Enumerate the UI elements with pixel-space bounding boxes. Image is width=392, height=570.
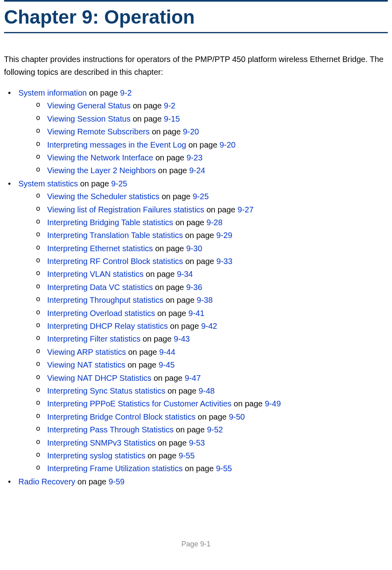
on-page-text: on page bbox=[143, 270, 177, 278]
toc-sublink[interactable]: Interpreting Bridge Control Block statis… bbox=[47, 412, 195, 421]
page-ref[interactable]: 9-2 bbox=[164, 101, 175, 110]
page-ref[interactable]: 9-43 bbox=[174, 334, 190, 343]
page-ref[interactable]: 9-27 bbox=[238, 205, 254, 214]
page-ref[interactable]: 9-29 bbox=[216, 231, 232, 240]
toc-subitem: Viewing Remote Subscribers on page 9-20 bbox=[18, 125, 388, 138]
toc-sublink[interactable]: Interpreting DHCP Relay statistics bbox=[47, 322, 168, 330]
toc-sublink[interactable]: Interpreting Overload statistics bbox=[47, 309, 155, 318]
toc-sublink[interactable]: Viewing NAT statistics bbox=[47, 360, 125, 369]
page-ref[interactable]: 9-42 bbox=[201, 322, 217, 330]
toc-sublink[interactable]: Interpreting Pass Through Statistics bbox=[47, 425, 173, 434]
toc-sublink[interactable]: Viewing NAT DHCP Statistics bbox=[47, 374, 151, 382]
page-ref[interactable]: 9-2 bbox=[120, 88, 132, 97]
toc-subitem: Viewing General Status on page 9-2 bbox=[18, 99, 388, 112]
toc-subitem: Interpreting Sync Status statistics on p… bbox=[18, 384, 388, 397]
page-ref[interactable]: 9-48 bbox=[199, 386, 215, 395]
toc-sublink[interactable]: Interpreting Frame Utilization statistic… bbox=[47, 464, 183, 473]
page-ref[interactable]: 9-33 bbox=[217, 257, 233, 266]
toc-subitem: Interpreting DHCP Relay statistics on pa… bbox=[18, 320, 388, 332]
page-ref[interactable]: 9-47 bbox=[185, 374, 201, 382]
on-page-text: on page bbox=[186, 140, 219, 149]
toc-link[interactable]: System information bbox=[18, 88, 87, 97]
top-rule bbox=[4, 0, 388, 2]
on-page-text: on page bbox=[195, 412, 229, 421]
page-ref[interactable]: 9-15 bbox=[164, 114, 180, 123]
page-ref[interactable]: 9-34 bbox=[177, 270, 193, 278]
toc-sublink[interactable]: Viewing the Network Interface bbox=[47, 153, 153, 162]
toc-subitem: Viewing the Network Interface on page 9-… bbox=[18, 151, 388, 164]
toc-sublink[interactable]: Interpreting Sync Status statistics bbox=[47, 386, 165, 395]
toc-sublink[interactable]: Interpreting Ethernet statistics bbox=[47, 244, 153, 253]
toc-subitem: Viewing list of Registration Failures st… bbox=[18, 203, 388, 216]
page-ref[interactable]: 9-53 bbox=[189, 438, 205, 447]
toc-subitem: Interpreting Bridge Control Block statis… bbox=[18, 410, 388, 423]
page-ref[interactable]: 9-41 bbox=[189, 309, 205, 318]
toc-sublink[interactable]: Interpreting Filter statistics bbox=[47, 334, 140, 343]
toc-sublink[interactable]: Interpreting messages in the Event Log bbox=[47, 140, 186, 149]
on-page-text: on page bbox=[78, 179, 111, 188]
page-ref[interactable]: 9-55 bbox=[179, 451, 195, 460]
toc-sublink[interactable]: Viewing Session Status bbox=[47, 114, 131, 123]
page-ref[interactable]: 9-45 bbox=[159, 360, 175, 369]
toc-sublink[interactable]: Viewing ARP statistics bbox=[47, 348, 126, 356]
on-page-text: on page bbox=[156, 166, 189, 175]
toc-sublink[interactable]: Viewing the Scheduler statistics bbox=[47, 192, 159, 201]
page-ref[interactable]: 9-52 bbox=[207, 425, 223, 434]
toc-sublist: Viewing the Scheduler statistics on page… bbox=[18, 190, 388, 475]
on-page-text: on page bbox=[153, 244, 186, 253]
on-page-text: on page bbox=[173, 218, 206, 227]
on-page-text: on page bbox=[173, 425, 207, 434]
toc-sublink[interactable]: Interpreting SNMPv3 Statistics bbox=[47, 438, 155, 447]
toc-list: System information on page 9-2Viewing Ge… bbox=[4, 86, 388, 488]
toc-sublink[interactable]: Interpreting PPPoE Statistics for Custom… bbox=[47, 399, 231, 408]
toc-subitem: Viewing the Scheduler statistics on page… bbox=[18, 190, 388, 203]
page-ref[interactable]: 9-24 bbox=[189, 166, 205, 175]
toc-sublink[interactable]: Interpreting Translation Table statistic… bbox=[47, 231, 183, 240]
page-ref[interactable]: 9-55 bbox=[216, 464, 232, 473]
on-page-text: on page bbox=[204, 205, 237, 214]
toc-link[interactable]: Radio Recovery bbox=[18, 477, 78, 486]
toc-sublink[interactable]: Interpreting Bridging Table statistics bbox=[47, 218, 173, 227]
page-ref[interactable]: 9-59 bbox=[109, 477, 125, 486]
on-page-text: on page bbox=[153, 153, 186, 162]
toc-sublink[interactable]: Viewing the Layer 2 Neighbors bbox=[47, 166, 156, 175]
page-ref[interactable]: 9-20 bbox=[183, 127, 199, 136]
page-ref[interactable]: 9-50 bbox=[229, 412, 245, 421]
toc-section: Radio Recovery on page 9-59 bbox=[4, 475, 388, 488]
toc-subitem: Interpreting Overload statistics on page… bbox=[18, 307, 388, 320]
on-page-text: on page bbox=[151, 374, 185, 382]
toc-subitem: Interpreting Frame Utilization statistic… bbox=[18, 462, 388, 475]
toc-sublink[interactable]: Viewing General Status bbox=[47, 101, 131, 110]
page-ref[interactable]: 9-20 bbox=[219, 140, 235, 149]
on-page-text: on page bbox=[183, 464, 216, 473]
toc-sublink[interactable]: Interpreting Data VC statistics bbox=[47, 283, 153, 292]
page-ref[interactable]: 9-30 bbox=[186, 244, 202, 253]
toc-subitem: Interpreting Throughput statistics on pa… bbox=[18, 294, 388, 306]
title-underline bbox=[4, 32, 388, 34]
page-ref[interactable]: 9-25 bbox=[193, 192, 209, 201]
toc-sublink[interactable]: Viewing list of Registration Failures st… bbox=[47, 205, 204, 214]
page-ref[interactable]: 9-36 bbox=[186, 283, 202, 292]
toc-subitem: Interpreting Pass Through Statistics on … bbox=[18, 423, 388, 436]
toc-section: System statistics on page 9-25Viewing th… bbox=[4, 177, 388, 475]
on-page-text: on page bbox=[183, 257, 216, 266]
on-page-text: on page bbox=[125, 360, 159, 369]
page-ref[interactable]: 9-44 bbox=[159, 348, 175, 356]
toc-sublink[interactable]: Interpreting syslog statistics bbox=[47, 451, 145, 460]
on-page-text: on page bbox=[155, 309, 188, 318]
page-ref[interactable]: 9-28 bbox=[207, 218, 223, 227]
page-ref[interactable]: 9-38 bbox=[197, 296, 213, 304]
on-page-text: on page bbox=[145, 451, 179, 460]
toc-sublink[interactable]: Interpreting Throughput statistics bbox=[47, 296, 163, 304]
toc-sublink[interactable]: Viewing Remote Subscribers bbox=[47, 127, 149, 136]
on-page-text: on page bbox=[78, 477, 109, 486]
on-page-text: on page bbox=[168, 322, 201, 330]
toc-subitem: Interpreting Data VC statistics on page … bbox=[18, 281, 388, 294]
toc-link[interactable]: System statistics bbox=[18, 179, 78, 188]
page-ref[interactable]: 9-49 bbox=[265, 399, 281, 408]
toc-sublink[interactable]: Interpreting RF Control Block statistics bbox=[47, 257, 183, 266]
page-ref[interactable]: 9-25 bbox=[111, 179, 127, 188]
toc-sublink[interactable]: Interpreting VLAN statistics bbox=[47, 270, 143, 278]
toc-subitem: Interpreting Bridging Table statistics o… bbox=[18, 216, 388, 229]
page-ref[interactable]: 9-23 bbox=[187, 153, 203, 162]
